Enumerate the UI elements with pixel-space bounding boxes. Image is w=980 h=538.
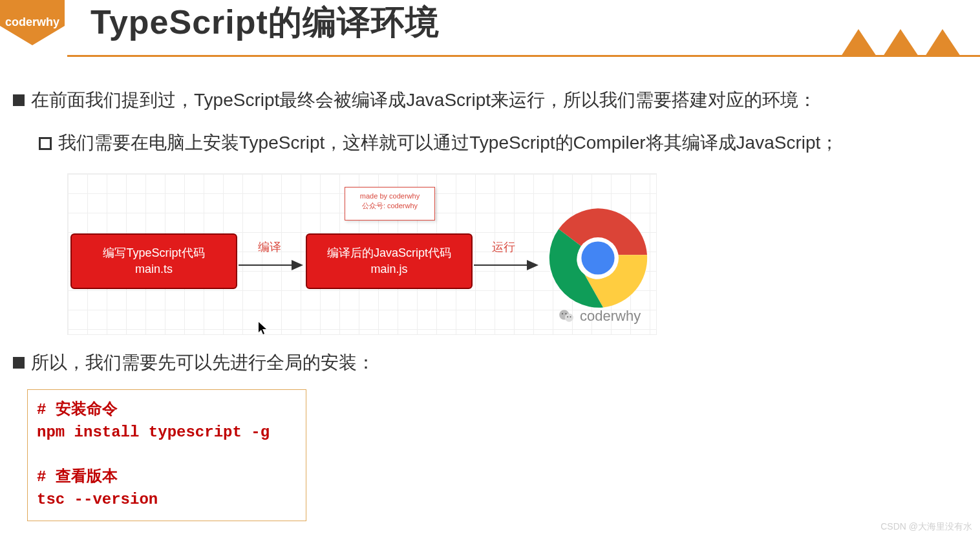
- logo-text: coderwhy: [5, 16, 59, 28]
- bullet-level1: 在前面我们提到过，TypeScript最终会被编译成JavaScript来运行，…: [13, 87, 959, 114]
- bullet-level1: 所以，我们需要先可以先进行全局的安装：: [13, 349, 959, 376]
- bullet-level2: 我们需要在电脑上安装TypeScript，这样就可以通过TypeScript的C…: [39, 129, 959, 156]
- diagram-box-line: main.ts: [135, 261, 173, 277]
- triangle-icon: [925, 29, 961, 56]
- chrome-icon: [546, 206, 650, 310]
- arrow-icon: [239, 255, 303, 275]
- slide-body: 在前面我们提到过，TypeScript最终会被编译成JavaScript来运行，…: [0, 58, 980, 521]
- diagram-note: made by coderwhy 公众号: coderwhy: [345, 187, 435, 221]
- svg-point-16: [570, 316, 571, 317]
- svg-marker-1: [841, 29, 877, 56]
- bullet-text: 在前面我们提到过，TypeScript最终会被编译成JavaScript来运行，…: [31, 87, 959, 114]
- page-title: TypeScript的编译环境: [91, 0, 440, 45]
- arrow-label-compile: 编译: [258, 239, 281, 256]
- diagram-watermark: coderwhy: [558, 305, 641, 327]
- svg-marker-2: [883, 29, 919, 56]
- logo-badge: coderwhy: [0, 0, 65, 45]
- arrow-icon: [474, 255, 538, 275]
- svg-point-12: [565, 313, 573, 321]
- diagram-box-js: 编译后的JavaScript代码 main.js: [306, 233, 473, 289]
- install-code-block: # 安装命令 npm install typescript -g # 查看版本 …: [27, 389, 306, 521]
- triangle-icon: [841, 29, 877, 56]
- bullet-marker-solid-icon: [13, 94, 25, 106]
- diagram-box-line: 编写TypeScript代码: [103, 245, 204, 261]
- svg-marker-5: [292, 260, 303, 270]
- header-decor-triangles: [841, 29, 961, 56]
- arrow-label-run: 运行: [492, 239, 515, 256]
- diagram-note-line: 公众号: coderwhy: [345, 201, 434, 211]
- bullet-text: 所以，我们需要先可以先进行全局的安装：: [31, 349, 959, 376]
- diagram-watermark-text: coderwhy: [580, 305, 641, 327]
- svg-point-10: [581, 241, 614, 274]
- footer-watermark: CSDN @大海里没有水: [880, 521, 972, 533]
- diagram-box-line: main.js: [370, 261, 407, 277]
- svg-point-14: [565, 313, 566, 314]
- triangle-icon: [883, 29, 919, 56]
- bullet-marker-outline-icon: [39, 137, 52, 150]
- bullet-marker-solid-icon: [13, 357, 25, 369]
- svg-point-13: [562, 313, 563, 314]
- diagram-box-line: 编译后的JavaScript代码: [327, 245, 451, 261]
- svg-marker-3: [925, 29, 961, 56]
- svg-point-15: [567, 316, 568, 317]
- wechat-icon: [558, 308, 575, 325]
- slide-header: coderwhy TypeScript的编译环境: [0, 0, 980, 58]
- compile-flow-diagram: made by coderwhy 公众号: coderwhy 编写TypeScr…: [67, 173, 657, 335]
- svg-marker-7: [527, 260, 538, 270]
- bullet-text: 我们需要在电脑上安装TypeScript，这样就可以通过TypeScript的C…: [58, 129, 959, 156]
- diagram-note-line: made by coderwhy: [345, 191, 434, 201]
- diagram-box-ts: 编写TypeScript代码 main.ts: [70, 233, 237, 289]
